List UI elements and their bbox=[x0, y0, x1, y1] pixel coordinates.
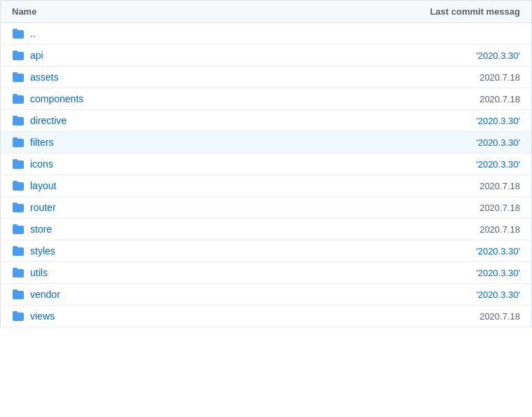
folder-icon bbox=[12, 310, 25, 322]
file-name-link[interactable]: .. bbox=[30, 28, 36, 39]
commit-message-text: 2020.7.18 bbox=[479, 94, 520, 104]
folder-icon bbox=[12, 180, 25, 191]
commit-message-cell: '2020.3.30' bbox=[243, 284, 532, 306]
table-row: layout2020.7.18 bbox=[1, 175, 532, 197]
commit-message-text: '2020.3.30' bbox=[476, 289, 520, 300]
file-name-link[interactable]: components bbox=[30, 93, 83, 104]
file-name-cell: api bbox=[1, 45, 243, 67]
file-name-cell: views bbox=[1, 306, 243, 327]
commit-message-cell: '2020.3.30' bbox=[243, 110, 532, 132]
folder-icon bbox=[12, 115, 25, 126]
file-name-cell: icons bbox=[1, 153, 243, 175]
commit-message-cell: '2020.3.30' bbox=[243, 45, 532, 67]
table-row: .. bbox=[1, 23, 532, 45]
file-name-link[interactable]: utils bbox=[30, 267, 48, 278]
commit-message-text: '2020.3.30' bbox=[476, 137, 520, 148]
table-row: directive'2020.3.30' bbox=[1, 110, 532, 132]
file-name-link[interactable]: router bbox=[30, 202, 56, 213]
file-name-cell: filters bbox=[1, 132, 243, 153]
table-row: styles'2020.3.30' bbox=[1, 240, 532, 262]
file-name-link[interactable]: filters bbox=[30, 137, 53, 148]
table-row: views2020.7.18 bbox=[1, 306, 532, 327]
file-name-link[interactable]: assets bbox=[30, 71, 58, 83]
file-name-cell: store bbox=[1, 219, 243, 240]
table-row: icons'2020.3.30' bbox=[1, 153, 532, 175]
file-name-link[interactable]: store bbox=[30, 224, 52, 235]
file-row-name-wrapper: components bbox=[12, 93, 231, 104]
commit-message-cell: '2020.3.30' bbox=[243, 153, 532, 175]
folder-icon bbox=[12, 93, 25, 104]
file-row-name-wrapper: styles bbox=[12, 245, 231, 257]
file-row-name-wrapper: views bbox=[12, 310, 231, 322]
commit-message-text: '2020.3.30' bbox=[476, 50, 520, 61]
table-row: vendor'2020.3.30' bbox=[1, 284, 532, 306]
file-name-cell: directive bbox=[1, 110, 243, 132]
file-row-name-wrapper: router bbox=[12, 202, 231, 213]
file-row-name-wrapper: layout bbox=[12, 180, 231, 191]
commit-message-text: 2020.7.18 bbox=[479, 72, 520, 83]
commit-message-cell: 2020.7.18 bbox=[243, 306, 532, 327]
commit-message-text: '2020.3.30' bbox=[476, 246, 520, 257]
commit-message-text: '2020.3.30' bbox=[476, 116, 520, 126]
file-name-cell: styles bbox=[1, 240, 243, 262]
commit-message-cell: 2020.7.18 bbox=[243, 219, 532, 240]
file-browser-table: Name Last commit messag .. api'2020.3.30… bbox=[0, 0, 532, 327]
name-column-header: Name bbox=[1, 1, 243, 23]
file-name-cell: layout bbox=[1, 175, 243, 197]
file-name-link[interactable]: icons bbox=[30, 158, 53, 170]
table-row: filters'2020.3.30' bbox=[1, 132, 532, 153]
folder-icon bbox=[12, 50, 25, 61]
commit-message-text: '2020.3.30' bbox=[476, 268, 520, 278]
file-row-name-wrapper: store bbox=[12, 224, 231, 235]
folder-icon bbox=[12, 202, 25, 213]
file-name-cell: utils bbox=[1, 262, 243, 284]
file-row-name-wrapper: filters bbox=[12, 137, 231, 148]
folder-icon bbox=[12, 267, 25, 278]
file-name-link[interactable]: directive bbox=[30, 115, 67, 126]
file-row-name-wrapper: .. bbox=[12, 28, 231, 39]
file-name-link[interactable]: api bbox=[30, 50, 43, 61]
commit-message-cell: 2020.7.18 bbox=[243, 175, 532, 197]
commit-message-cell: 2020.7.18 bbox=[243, 88, 532, 110]
commit-column-header: Last commit messag bbox=[243, 1, 532, 23]
table-row: api'2020.3.30' bbox=[1, 45, 532, 67]
table-row: components2020.7.18 bbox=[1, 88, 532, 110]
file-name-link[interactable]: vendor bbox=[30, 289, 60, 300]
file-name-link[interactable]: views bbox=[30, 310, 55, 322]
folder-icon bbox=[12, 137, 25, 148]
file-name-cell: .. bbox=[1, 23, 243, 45]
file-name-cell: assets bbox=[1, 67, 243, 88]
commit-message-cell: '2020.3.30' bbox=[243, 132, 532, 153]
file-row-name-wrapper: vendor bbox=[12, 289, 231, 300]
file-row-name-wrapper: assets bbox=[12, 71, 231, 83]
folder-icon bbox=[12, 71, 25, 83]
file-row-name-wrapper: utils bbox=[12, 267, 231, 278]
table-row: store2020.7.18 bbox=[1, 219, 532, 240]
file-name-cell: vendor bbox=[1, 284, 243, 306]
file-row-name-wrapper: icons bbox=[12, 158, 231, 170]
table-row: router2020.7.18 bbox=[1, 197, 532, 219]
folder-icon bbox=[12, 245, 25, 257]
file-row-name-wrapper: api bbox=[12, 50, 231, 61]
file-name-cell: components bbox=[1, 88, 243, 110]
table-row: assets2020.7.18 bbox=[1, 67, 532, 88]
folder-icon bbox=[12, 289, 25, 300]
file-row-name-wrapper: directive bbox=[12, 115, 231, 126]
folder-icon bbox=[12, 158, 25, 170]
commit-message-text: 2020.7.18 bbox=[479, 203, 520, 213]
commit-message-cell bbox=[243, 23, 532, 45]
commit-message-text: 2020.7.18 bbox=[479, 311, 520, 322]
commit-message-cell: 2020.7.18 bbox=[243, 67, 532, 88]
file-name-link[interactable]: layout bbox=[30, 180, 56, 191]
commit-message-cell: '2020.3.30' bbox=[243, 262, 532, 284]
file-name-cell: router bbox=[1, 197, 243, 219]
commit-message-text: 2020.7.18 bbox=[479, 181, 520, 191]
commit-message-cell: 2020.7.18 bbox=[243, 197, 532, 219]
folder-icon bbox=[12, 224, 25, 235]
folder-icon bbox=[12, 28, 25, 39]
commit-message-text: '2020.3.30' bbox=[476, 159, 520, 170]
table-row: utils'2020.3.30' bbox=[1, 262, 532, 284]
commit-message-text: 2020.7.18 bbox=[479, 224, 520, 235]
commit-message-cell: '2020.3.30' bbox=[243, 240, 532, 262]
file-name-link[interactable]: styles bbox=[30, 245, 55, 257]
